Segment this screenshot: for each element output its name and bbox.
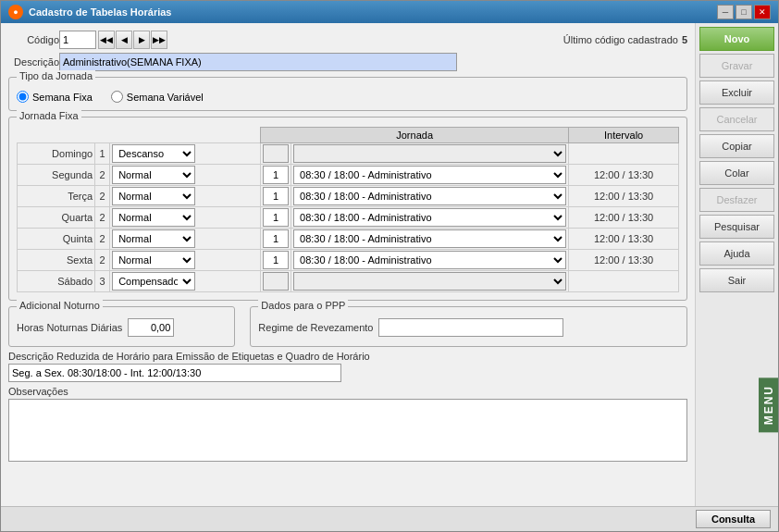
day-num: 2 [95,165,110,186]
day-interval: 12:00 / 13:30 [569,207,679,229]
descricao-label: Descrição [8,56,59,68]
codigo-label: Código [8,34,59,45]
day-num2-cell [261,165,291,186]
day-num2-input[interactable] [263,208,289,227]
sair-button[interactable]: Sair [699,268,774,292]
app-icon: ● [8,5,23,19]
day-label: Domingo [18,143,95,165]
close-button[interactable]: ✕ [754,5,771,19]
descricao-input[interactable] [59,53,457,71]
title-bar-buttons: ─ □ ✕ [717,5,771,19]
jornada-fixa-title: Jornada Fixa [17,110,81,121]
day-jornada-select[interactable]: 08:30 / 18:00 - Administrativo [293,166,566,184]
day-num2-input[interactable] [263,187,289,205]
day-type-cell: Compensado Normal Descanso [110,271,261,292]
adicional-noturno-title: Adicional Noturno [17,300,103,311]
jornada-table: Jornada Intervalo Domingo 1 Descanso [17,127,679,292]
bottom-bar: Consulta [1,506,778,531]
ultimo-codigo-label: Último código cadastrado [563,34,678,45]
day-num2-input[interactable] [263,251,289,269]
observacoes-label: Observações [8,386,687,397]
jornada-fixa-group: Jornada Fixa Jornada Intervalo Domingo [8,117,687,301]
day-num: 1 [95,143,110,165]
observacoes-section: Observações [8,386,687,464]
day-jornada-select[interactable]: 08:30 / 18:00 - Administrativo [293,251,566,269]
maximize-button[interactable]: □ [736,5,752,19]
day-jornada-cell: 08:30 / 18:00 - Administrativo [291,229,569,250]
horas-input[interactable] [128,318,174,337]
ultimo-codigo-value: 5 [682,34,687,45]
minimize-button[interactable]: ─ [717,5,734,19]
day-type-select[interactable]: Compensado Normal Descanso [112,272,195,291]
table-row: Quarta 2 Normal Descanso Compensado [18,207,679,229]
menu-tab[interactable]: MENU [759,377,778,432]
day-type-select[interactable]: Normal Descanso Compensado [112,166,195,184]
day-num2-cell [261,250,291,271]
gravar-button[interactable]: Gravar [699,54,774,78]
nav-next-button[interactable]: ▶ [133,31,150,49]
day-type-cell: Normal Descanso Compensado [110,186,261,207]
day-jornada-select[interactable] [293,272,566,291]
nav-last-button[interactable]: ▶▶ [151,31,167,49]
nav-prev-button[interactable]: ◀ [116,31,132,49]
adicional-ppp-row: Adicional Noturno Horas Noturnas Diárias… [8,306,687,347]
novo-button[interactable]: Novo [699,27,774,51]
radio-group: Semana Fixa Semana Variável [17,91,679,103]
excluir-button[interactable]: Excluir [699,80,774,105]
day-jornada-select[interactable]: 08:30 / 18:00 - Administrativo [293,229,566,248]
pesquisar-button[interactable]: Pesquisar [699,215,774,239]
day-num2-input[interactable] [263,144,289,163]
consulta-button[interactable]: Consulta [696,510,771,528]
day-num2-input[interactable] [263,166,289,184]
day-interval [569,271,679,292]
cancelar-button[interactable]: Cancelar [699,107,774,131]
descricao-row: Descrição [8,53,687,71]
day-type-select[interactable]: Normal Descanso Compensado [112,208,195,227]
regime-row: Regime de Revezamento [258,318,679,337]
table-row: Terça 2 Normal Descanso Compensado [18,186,679,207]
day-interval: 12:00 / 13:30 [569,229,679,250]
regime-input[interactable] [378,318,563,337]
day-jornada-select[interactable]: 08:30 / 18:00 - Administrativo [293,187,566,205]
day-interval: 12:00 / 13:30 [569,165,679,186]
day-jornada-select[interactable] [293,144,566,163]
day-num: 2 [95,186,110,207]
day-num: 2 [95,250,110,271]
right-panel: Novo Gravar Excluir Cancelar Copiar Cola… [695,23,778,506]
day-type-select[interactable]: Normal Descanso Compensado [112,187,195,205]
day-type-cell: Normal Descanso Compensado [110,250,261,271]
title-bar: ● Cadastro de Tabelas Horárias ─ □ ✕ [1,1,778,23]
table-row: Sexta 2 Normal Descanso Compensado [18,250,679,271]
codigo-input[interactable] [59,31,96,49]
semana-fixa-radio[interactable]: Semana Fixa [17,91,93,103]
nav-buttons: ◀◀ ◀ ▶ ▶▶ [98,31,167,49]
semana-variavel-radio-input[interactable] [111,91,123,103]
day-jornada-cell: 08:30 / 18:00 - Administrativo [291,165,569,186]
ajuda-button[interactable]: Ajuda [699,241,774,266]
day-num: 2 [95,229,110,250]
day-num2-input[interactable] [263,272,289,291]
day-jornada-select[interactable]: 08:30 / 18:00 - Administrativo [293,208,566,227]
day-type-select[interactable]: Descanso Normal Compensado [112,144,195,163]
descricao-reduzida-input[interactable] [8,364,341,382]
nav-first-button[interactable]: ◀◀ [98,31,115,49]
copiar-button[interactable]: Copiar [699,134,774,158]
colar-button[interactable]: Colar [699,161,774,185]
day-jornada-cell [291,271,569,292]
observacoes-textarea[interactable] [8,399,687,462]
day-type-cell: Normal Descanso Compensado [110,165,261,186]
dados-ppp-title: Dados para o PPP [258,300,348,311]
day-label: Quinta [18,229,95,250]
window-title: Cadastro de Tabelas Horárias [29,6,171,18]
descricao-reduzida-row: Descrição Reduzida de Horário para Emiss… [8,351,687,382]
day-num2-input[interactable] [263,229,289,248]
desfazer-button[interactable]: Desfazer [699,188,774,212]
semana-variavel-radio[interactable]: Semana Variável [111,91,204,103]
day-type-cell: Normal Descanso Compensado [110,207,261,229]
day-interval: 12:00 / 13:30 [569,186,679,207]
day-type-select[interactable]: Normal Descanso Compensado [112,229,195,248]
tipo-jornada-title: Tipo da Jornada [17,70,95,81]
semana-fixa-radio-input[interactable] [17,91,29,103]
day-type-select[interactable]: Normal Descanso Compensado [112,251,195,269]
table-row: Segunda 2 Normal Descanso Compensado [18,165,679,186]
